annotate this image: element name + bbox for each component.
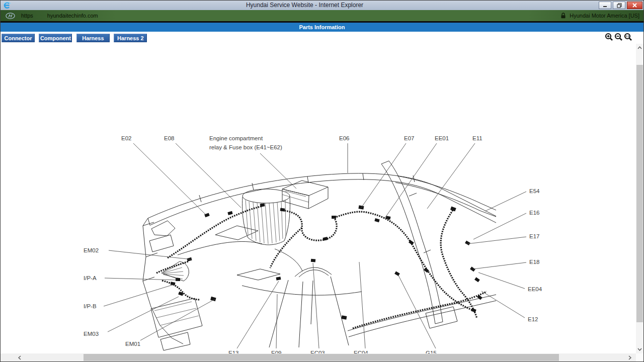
diagram-label-EE04[interactable]: EE04 — [528, 286, 542, 292]
leader-line-E02 — [133, 143, 206, 215]
diagram-label-EM01[interactable]: EM01 — [125, 341, 140, 347]
svg-text:1:1: 1:1 — [625, 35, 629, 38]
tab-connector[interactable]: Connector — [2, 34, 35, 42]
scrollbar-corner — [636, 353, 643, 361]
diagram-label-E06[interactable]: E06 — [339, 135, 349, 141]
diagram-label-E16[interactable]: E16 — [529, 210, 539, 216]
leader-line-E12 — [481, 291, 525, 318]
chevron-down-icon — [637, 348, 642, 351]
diagram-label-E07[interactable]: E07 — [404, 135, 414, 141]
leader-line-IP-A — [105, 278, 178, 280]
lock-icon — [560, 12, 567, 19]
zoom-tools: 1:1 — [604, 33, 632, 41]
page-title: Parts Information — [1, 23, 643, 32]
leader-line-E54 — [485, 192, 526, 211]
hyundai-logo-icon — [6, 13, 15, 19]
zoom-in-icon[interactable] — [605, 33, 613, 41]
leader-line-G15 — [398, 275, 436, 348]
certificate-identity[interactable]: Hyundai Motor America [US] — [560, 12, 639, 19]
diagram-label-E02[interactable]: E02 — [121, 135, 131, 141]
vertical-scrollbar[interactable] — [636, 44, 643, 353]
leader-line-EM02 — [109, 250, 192, 259]
address-protocol: https — [21, 13, 33, 19]
wiring-harness-diagram: E02E08Engine compartmentrelay & Fuse box… — [1, 44, 644, 362]
leader-line-EC04 — [359, 262, 365, 348]
close-button[interactable] — [627, 2, 642, 9]
tab-component[interactable]: Component — [39, 34, 72, 42]
vertical-scroll-thumb[interactable] — [636, 65, 643, 322]
leader-line-EM01 — [140, 299, 215, 340]
title-bar: Hyundai Service Website - Internet Explo… — [1, 1, 643, 10]
diagram-label-IP-A[interactable]: I/P-A — [84, 275, 97, 281]
diagram-label-fusebox-note[interactable]: Engine compartmentrelay & Fuse box (E41~… — [209, 135, 282, 150]
leader-line-fusebox-note — [260, 153, 296, 189]
diagram-artwork — [143, 161, 496, 350]
leader-line-EM03 — [108, 297, 179, 332]
diagram-label-EE01[interactable]: EE01 — [435, 135, 449, 141]
minimize-button[interactable] — [599, 2, 611, 9]
leader-line-E13 — [237, 281, 279, 348]
diagram-label-EM02[interactable]: EM02 — [84, 247, 99, 253]
leader-line-EE04 — [478, 273, 525, 289]
scroll-right-button[interactable] — [626, 353, 634, 361]
diagram-label-E54[interactable]: E54 — [529, 188, 540, 194]
chevron-up-icon — [637, 46, 642, 49]
restore-button[interactable] — [613, 2, 625, 9]
chevron-right-icon — [628, 355, 631, 360]
tab-harness[interactable]: Harness — [76, 34, 110, 42]
diagram-label-IP-B[interactable]: I/P-B — [84, 303, 97, 309]
diagram-label-E18[interactable]: E18 — [529, 259, 539, 265]
leader-line-EC03 — [313, 263, 319, 348]
connector-blobs — [171, 203, 482, 319]
leader-line-E18 — [473, 262, 526, 269]
leader-line-IP-B — [104, 285, 174, 306]
scroll-up-button[interactable] — [636, 44, 643, 52]
scroll-down-button[interactable] — [636, 345, 643, 353]
browser-window: Hyundai Service Website - Internet Explo… — [0, 0, 644, 362]
harness-runs — [156, 206, 487, 328]
chevron-left-icon — [18, 355, 21, 360]
address-url[interactable]: hyundaitechinfo.com — [47, 13, 98, 19]
horizontal-scroll-thumb[interactable] — [84, 354, 559, 361]
window-title: Hyundai Service Website - Internet Explo… — [12, 1, 597, 10]
certificate-identity-label: Hyundai Motor America [US] — [570, 13, 639, 19]
restore-icon — [617, 3, 622, 8]
diagram-label-EM03[interactable]: EM03 — [84, 331, 99, 337]
diagram-label-E17[interactable]: E17 — [529, 233, 539, 239]
horizontal-scrollbar[interactable] — [1, 353, 636, 361]
diagram-label-E08[interactable]: E08 — [164, 135, 174, 141]
diagram-label-E11[interactable]: E11 — [472, 135, 482, 141]
close-icon — [632, 3, 637, 8]
ie-logo-icon — [2, 1, 12, 10]
tab-harness-2[interactable]: Harness 2 — [114, 34, 147, 42]
leader-line-E11 — [427, 143, 475, 209]
address-bar[interactable]: https hyundaitechinfo.com Hyundai Motor … — [1, 10, 643, 21]
minimize-icon — [603, 3, 607, 8]
leader-line-E08 — [176, 143, 241, 208]
diagram-label-E12[interactable]: E12 — [528, 316, 538, 322]
toolbar: Connector Component Harness Harness 2 1:… — [1, 32, 643, 44]
scroll-left-button[interactable] — [16, 353, 24, 361]
diagram-labels: E02E08Engine compartmentrelay & Fuse box… — [84, 135, 542, 356]
diagram-viewport: E02E08Engine compartmentrelay & Fuse box… — [1, 44, 636, 353]
zoom-actual-size-icon[interactable]: 1:1 — [624, 33, 632, 41]
window-controls — [597, 2, 642, 9]
zoom-out-icon[interactable] — [614, 33, 623, 41]
leader-line-E16 — [473, 213, 526, 239]
